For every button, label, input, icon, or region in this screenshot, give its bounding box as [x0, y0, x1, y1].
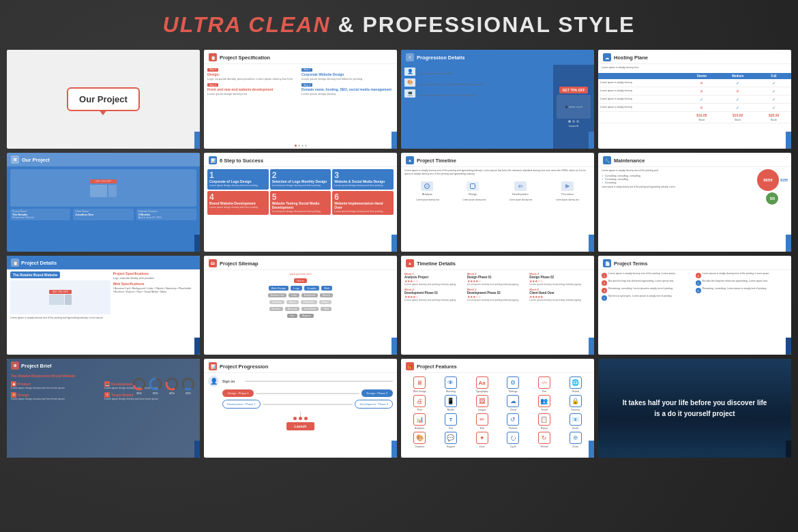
- prog-info-3: Development Lorem ipsum some development…: [417, 90, 476, 97]
- maintenance-header: 🔧 Maintenance: [598, 153, 791, 167]
- details-body: The Retailer Brand Website GET 75% OFF L…: [7, 269, 200, 353]
- timeline-details-grid: Week 1 Analysis Project ★★★☆☆ Lorem ipsu…: [401, 270, 594, 304]
- spec-tag-3: Step 3: [207, 83, 218, 87]
- slide-tag: [194, 132, 200, 149]
- brief-icon: 🖥: [11, 361, 19, 370]
- sitemap-sub-row-2: Stationery Objects Placeholder Buttons: [207, 299, 394, 305]
- spec-icon: 📋: [209, 53, 217, 61]
- td-item-1: Week 1 Analysis Project ★★★☆☆ Lorem ipsu…: [404, 272, 466, 286]
- hosting-table: Starter Medium Full Lorem ipsum is simpl…: [598, 73, 791, 123]
- slide-tag: [589, 235, 594, 252]
- slide-project-progression: 📊 Project Progression 👤 Sign on Design :…: [204, 359, 397, 458]
- step-icon: 📊: [209, 156, 217, 164]
- dev-phase-2: Development : Phase 2: [355, 400, 393, 409]
- details-device-preview: GET 75% OFF: [10, 280, 110, 314]
- timeline-details-header: ▲ Timeline Details: [401, 256, 594, 270]
- feature-print: 🖨 Print: [405, 395, 434, 411]
- prog-right: GET 75% OFF 📱 tablet mock Launch: [553, 65, 594, 149]
- steps-grid: 1 Corporate of Logo Design Lorem ipsum d…: [204, 167, 397, 217]
- feature-extra: ❊ Extra: [561, 432, 590, 448]
- feature-cloud: ☁ Cloud: [499, 395, 528, 411]
- launch-button: Launch: [286, 422, 315, 430]
- feature-cycle: ⭮ Cycle: [499, 432, 528, 448]
- slide-project-brief: 🖥 Project Brief The Retailer Responsive …: [7, 359, 200, 458]
- slide-project-details: 📋 Project Details The Retailer Brand Web…: [7, 256, 200, 355]
- quote-text: It takes half your life before you disco…: [623, 398, 767, 419]
- brief-header: 🖥 Project Brief: [7, 359, 200, 372]
- slide-tag: [391, 441, 397, 458]
- details-right: Project Specifications Logo, corporate i…: [113, 271, 196, 351]
- brief-design: 🎨 Design Lorem ipsum design dummy text h…: [11, 392, 102, 401]
- feature-support: 💬 Support: [437, 432, 466, 448]
- spec-item-4: Step 4 Domain name, hosting, SEO, social…: [301, 83, 394, 96]
- maintenance-title: Maintenance: [614, 158, 645, 164]
- slide-tag: [786, 441, 791, 458]
- step-1: 1 Corporate of Logo Design Lorem ipsum d…: [207, 169, 269, 190]
- timeline-details-title: Timeline Details: [417, 261, 456, 267]
- spec-item-2: Step 2 Corporate Website Design Lorem ip…: [301, 67, 394, 80]
- timeline-icon: ▲: [406, 156, 414, 164]
- prog-icon: ≡: [406, 53, 414, 61]
- term-1: 1 Lorem ipsum is simply dummy text of th…: [602, 272, 694, 278]
- hosting-row-1: Lorem ipsum is simply dummy ✕ ✓ ✓: [598, 79, 791, 87]
- details-left: The Retailer Brand Website GET 75% OFF L…: [10, 271, 110, 351]
- prog-person: 👤: [208, 376, 219, 387]
- meta-project: Project Name: The Retailer Responsive We…: [10, 209, 70, 220]
- step-header: 📊 6 Step to Success: [204, 153, 397, 167]
- prog-row-2: 🎨 Design Lorem ipsum dolor sit, E-Corpor…: [404, 78, 550, 87]
- spec-grid: Step 1 Design: Logo, corporate identity,…: [204, 64, 397, 98]
- feature-edit: ✏ Edit: [467, 413, 497, 430]
- feature-text: T Text: [437, 413, 466, 430]
- device-mockup: GET 75% OFF: [10, 169, 196, 207]
- spec-item-1: Step 1 Design: Logo, corporate identity,…: [207, 67, 299, 80]
- slide-maintenance: 🔧 Maintenance Lorem ipsum is simply dumm…: [598, 153, 791, 252]
- timeline-phase-texts: Lorem ipsum dummy text Lorem ipsum dummy…: [401, 197, 594, 203]
- hosting-row-3: Lorem ipsum is simply dummy ✓ ✓ ✓: [598, 95, 791, 103]
- sitemap-url: www.yoursite.com: [207, 272, 394, 276]
- spec-tag-2: Step 2: [301, 68, 312, 72]
- prog-launch-area: Launch: [208, 411, 393, 430]
- slide-tag: [589, 132, 594, 149]
- spec-label-1: Design:: [207, 72, 299, 76]
- th-medium: Medium: [719, 73, 756, 79]
- timeline-header: ▲ Project Timeline: [401, 153, 594, 167]
- spec-label-3: Front and rear-end website development: [207, 87, 299, 91]
- header-title-part1: ULTRA CLEAN: [163, 12, 331, 37]
- slide-tag: [786, 132, 791, 149]
- slide-tag: [786, 235, 791, 252]
- svg-rect-1: [471, 183, 475, 188]
- features-icon: 🎁: [406, 362, 414, 370]
- hosting-row-2: Lorem ipsum is simply dummy ✕ ✕ ✓: [598, 87, 791, 95]
- hosting-row-4: Lorem ipsum is simply dummy ✕ ✓ ✓: [598, 103, 791, 111]
- features-title: Project Features: [417, 364, 457, 370]
- details-title: Project Details: [21, 260, 57, 266]
- term-4: 4 Lorem ipsum is simply dummy text of th…: [696, 272, 788, 278]
- spec-label-2: Corporate Website Design: [301, 72, 394, 76]
- slide-header: 📋 Project Specification: [204, 50, 397, 64]
- svg-point-8: [183, 379, 194, 389]
- prog-dev-row: Development : Phase 1 Development : Phas…: [208, 400, 393, 409]
- slide-tag: [589, 338, 594, 355]
- term-6: 6 Remaining, consulting. Lorem ipsum is …: [696, 287, 788, 293]
- step-title: 6 Step to Success: [220, 158, 263, 164]
- sitemap-home: Home: [294, 278, 307, 283]
- progression-body: 👤 Sign on Design : Phase 1 Design : Phas…: [204, 373, 397, 433]
- slide-tag: [194, 441, 200, 458]
- phase-promotion: Promotion: [561, 181, 574, 196]
- spec-item-3: Step 3 Front and rear-end website develo…: [207, 83, 299, 96]
- progression-header: 📊 Project Progression: [204, 359, 397, 373]
- feature-branding: 👁 Branding: [437, 376, 466, 393]
- timeline-phases: Analysis Design Development Promotion: [401, 178, 594, 197]
- slide-tag: [391, 132, 397, 149]
- spec-tag-4: Step 4: [301, 83, 312, 87]
- td-item-4: Week 4 Development Phase 01 ★★★★☆ Lorem …: [404, 288, 466, 302]
- slide-project-terms: 📄 Project Terms 1 Lorem ipsum is simply …: [598, 256, 791, 355]
- feature-report: 📋 Report: [530, 413, 559, 430]
- design-phase-1: Design : Phase 1: [222, 389, 254, 397]
- prog-header: ≡ Progression Details: [401, 50, 594, 65]
- price-full: $25.00Month: [756, 111, 791, 123]
- term-3: 3 Remaining, consulting. Lorem ipsum is …: [602, 287, 694, 293]
- features-header: 🎁 Project Features: [401, 359, 594, 373]
- slides-grid: Our Project 📋 Project Specification Step…: [0, 46, 798, 464]
- brief-donuts: 30% 60% 40%: [132, 376, 196, 395]
